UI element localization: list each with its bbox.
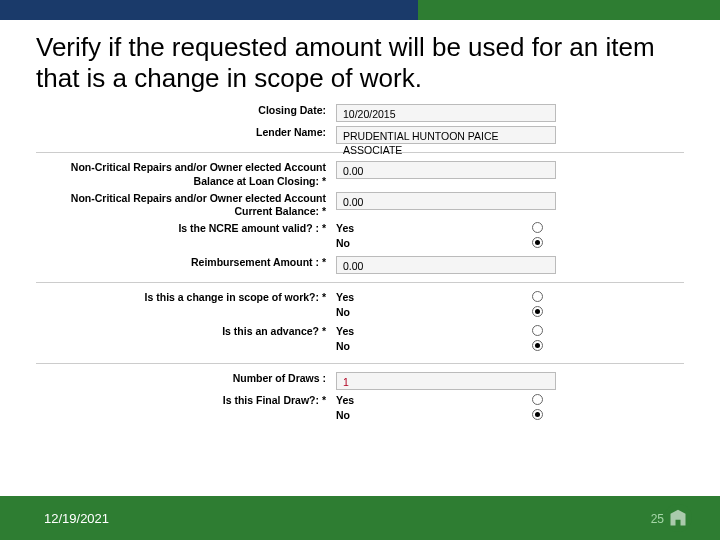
input-number-draws[interactable]: 1 bbox=[336, 372, 556, 390]
option-label-yes: Yes bbox=[336, 291, 436, 303]
option-label-yes: Yes bbox=[336, 222, 436, 234]
radio-icon bbox=[532, 237, 543, 248]
input-ncre-loan-closing[interactable]: 0.00 bbox=[336, 161, 556, 179]
option-label-yes: Yes bbox=[336, 394, 436, 406]
radio-icon bbox=[532, 222, 543, 233]
radio-is-advance-yes[interactable]: Yes bbox=[336, 325, 684, 337]
radio-is-advance-no[interactable]: No bbox=[336, 340, 684, 352]
radio-icon bbox=[532, 340, 543, 351]
label-change-scope: Is this a change in scope of work?: * bbox=[36, 291, 336, 304]
radio-icon bbox=[532, 291, 543, 302]
radio-ncre-valid-no[interactable]: No bbox=[336, 237, 684, 249]
row-closing-date: Closing Date: 10/20/2015 bbox=[36, 102, 684, 124]
separator bbox=[36, 363, 684, 364]
seal-icon bbox=[664, 504, 692, 532]
radio-change-scope-no[interactable]: No bbox=[336, 306, 684, 318]
slide-title: Verify if the requested amount will be u… bbox=[0, 20, 720, 102]
page-number: 25 bbox=[651, 512, 664, 526]
radio-icon bbox=[532, 409, 543, 420]
radio-icon bbox=[532, 325, 543, 336]
row-ncre-current: Non-Critical Repairs and/or Owner electe… bbox=[36, 190, 684, 220]
row-ncre-valid: Is the NCRE amount valid? : * Yes No bbox=[36, 220, 684, 254]
label-closing-date: Closing Date: bbox=[36, 104, 336, 117]
row-is-advance: Is this an advance? * Yes No bbox=[36, 323, 684, 357]
footer-date: 12/19/2021 bbox=[44, 511, 109, 526]
label-final-draw: Is this Final Draw?: * bbox=[36, 394, 336, 407]
form-area: Closing Date: 10/20/2015 Lender Name: PR… bbox=[0, 102, 720, 496]
option-label-no: No bbox=[336, 306, 436, 318]
input-lender-name[interactable]: PRUDENTIAL HUNTOON PAICE ASSOCIATE bbox=[336, 126, 556, 144]
label-ncre-valid: Is the NCRE amount valid? : * bbox=[36, 222, 336, 235]
slide: Verify if the requested amount will be u… bbox=[0, 0, 720, 540]
row-final-draw: Is this Final Draw?: * Yes No bbox=[36, 392, 684, 426]
input-ncre-current[interactable]: 0.00 bbox=[336, 192, 556, 210]
input-closing-date[interactable]: 10/20/2015 bbox=[336, 104, 556, 122]
label-ncre-loan-closing: Non-Critical Repairs and/or Owner electe… bbox=[36, 161, 336, 187]
label-number-draws: Number of Draws : bbox=[36, 372, 336, 385]
row-number-draws: Number of Draws : 1 bbox=[36, 370, 684, 392]
radio-icon bbox=[532, 394, 543, 405]
option-label-no: No bbox=[336, 340, 436, 352]
radio-change-scope-yes[interactable]: Yes bbox=[336, 291, 684, 303]
top-bar bbox=[0, 0, 720, 20]
label-ncre-current: Non-Critical Repairs and/or Owner electe… bbox=[36, 192, 336, 218]
label-is-advance: Is this an advance? * bbox=[36, 325, 336, 338]
separator bbox=[36, 282, 684, 283]
row-change-scope: Is this a change in scope of work?: * Ye… bbox=[36, 289, 684, 323]
label-lender-name: Lender Name: bbox=[36, 126, 336, 139]
radio-final-draw-yes[interactable]: Yes bbox=[336, 394, 684, 406]
option-label-no: No bbox=[336, 237, 436, 249]
option-label-yes: Yes bbox=[336, 325, 436, 337]
row-ncre-loan-closing: Non-Critical Repairs and/or Owner electe… bbox=[36, 159, 684, 189]
footer-bar: 12/19/2021 25 bbox=[0, 496, 720, 540]
radio-icon bbox=[532, 306, 543, 317]
row-reimbursement: Reimbursement Amount : * 0.00 bbox=[36, 254, 684, 276]
label-reimbursement: Reimbursement Amount : * bbox=[36, 256, 336, 269]
option-label-no: No bbox=[336, 409, 436, 421]
row-lender-name: Lender Name: PRUDENTIAL HUNTOON PAICE AS… bbox=[36, 124, 684, 146]
radio-ncre-valid-yes[interactable]: Yes bbox=[336, 222, 684, 234]
radio-final-draw-no[interactable]: No bbox=[336, 409, 684, 421]
input-reimbursement[interactable]: 0.00 bbox=[336, 256, 556, 274]
